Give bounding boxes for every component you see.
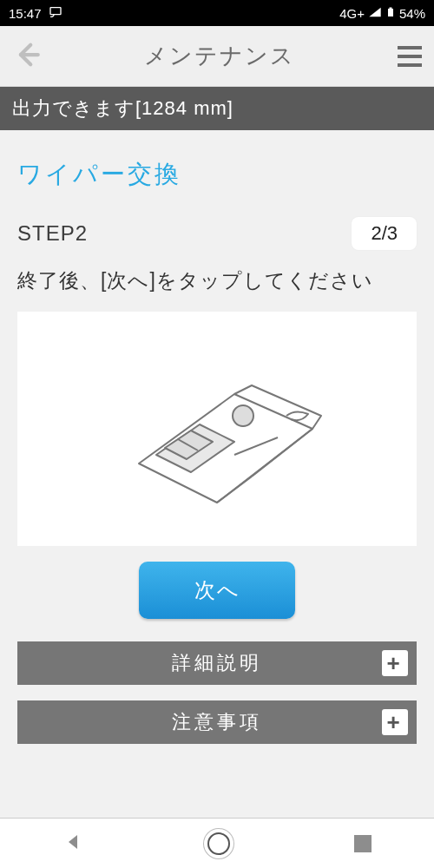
cast-icon [49,5,62,22]
menu-button[interactable] [398,46,422,67]
step-progress-badge: 2/3 [352,217,417,250]
status-bar: 15:47 4G+ 54% [0,0,434,26]
section-title: ワイパー交換 [17,158,417,191]
instruction-text: 終了後、[次へ]をタップしてください [17,267,417,294]
nav-home-button[interactable] [207,832,230,855]
accordion-detail[interactable]: 詳細説明 + [17,641,417,685]
svg-point-8 [233,405,253,426]
back-button[interactable] [12,40,42,73]
nav-back-button[interactable] [62,832,83,856]
accordion-caution[interactable]: 注意事項 + [17,700,417,744]
illustration [17,312,417,546]
next-button[interactable]: 次へ [139,562,295,619]
expand-icon: + [382,650,408,676]
step-label: STEP2 [17,221,88,246]
nav-recent-button[interactable] [354,835,372,852]
svg-rect-0 [50,7,61,14]
main-content: ワイパー交換 STEP2 2/3 終了後、[次へ]をタップしてください [0,130,434,818]
network-label: 4G+ [339,6,365,21]
system-nav-bar [0,818,434,868]
status-banner: 出力できます[1284 mm] [0,87,434,130]
wiper-diagram-icon [104,342,330,516]
battery-label: 54% [399,6,425,21]
status-time: 15:47 [9,6,42,21]
page-title: メンテナンス [42,41,398,71]
signal-icon [368,5,382,22]
accordion-detail-label: 詳細説明 [172,650,262,676]
battery-icon [385,5,396,22]
step-row: STEP2 2/3 [17,217,417,250]
accordion-caution-label: 注意事項 [172,709,262,735]
svg-rect-2 [389,7,391,9]
expand-icon: + [382,709,408,735]
app-header: メンテナンス [0,26,434,87]
svg-rect-1 [388,9,393,16]
